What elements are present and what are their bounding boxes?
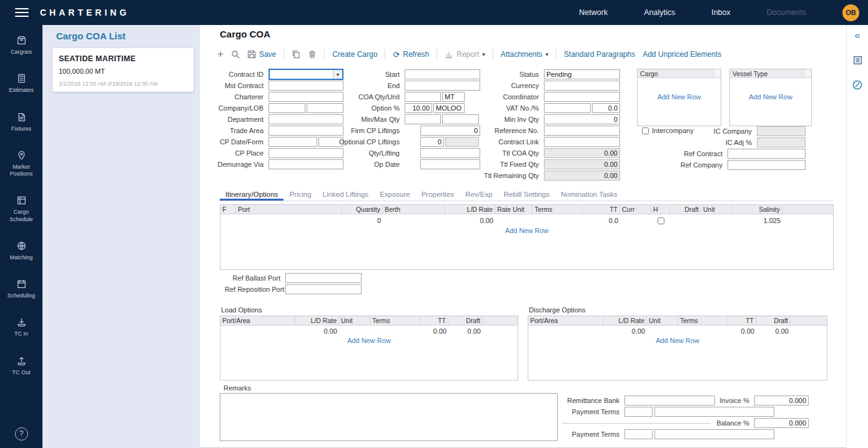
delete-icon[interactable] <box>308 50 317 59</box>
menu-icon[interactable] <box>15 6 29 19</box>
notes-edit-icon[interactable] <box>852 79 863 91</box>
discharge-options-add-new-row-link[interactable]: Add New Row <box>656 337 699 344</box>
cp-date-input[interactable] <box>269 137 317 147</box>
form-row: Currency <box>484 80 620 91</box>
department-input[interactable] <box>269 114 343 124</box>
form-row: Start <box>337 69 480 80</box>
ref-reposition-port-input[interactable] <box>285 284 362 294</box>
vat-no-input[interactable] <box>544 103 591 113</box>
tab-linked-liftings[interactable]: Linked Liftings <box>317 190 375 201</box>
cargo-add-new-row-link[interactable]: Add New Row <box>638 93 721 101</box>
copy-icon[interactable] <box>292 50 300 59</box>
tab-rev-exp[interactable]: Rev/Exp <box>460 190 498 201</box>
intercompany-checkbox[interactable] <box>642 127 649 134</box>
cp-place-input[interactable] <box>269 148 343 158</box>
option-pct-input[interactable] <box>405 103 432 113</box>
summary-panel-icon[interactable] <box>852 55 863 66</box>
payment-terms-desc-input[interactable] <box>654 407 774 417</box>
standard-paragraphs-button[interactable]: Standard Paragraphs <box>564 50 635 59</box>
tab-itinerary-options[interactable]: Itinerary/Options <box>220 190 284 201</box>
avatar[interactable]: OB <box>842 4 859 21</box>
payment-terms-code-input-2[interactable] <box>624 429 653 439</box>
min-inv-qty-input[interactable] <box>544 114 620 124</box>
sidebar-item-market-positions[interactable]: Market Positions <box>1 150 41 178</box>
tab-pricing[interactable]: Pricing <box>284 190 317 201</box>
payment-terms-code-input[interactable] <box>624 407 653 417</box>
ref-ballast-port-input[interactable] <box>285 273 362 283</box>
report-button[interactable]: Report ▾ <box>445 50 485 59</box>
tab-exposure[interactable]: Exposure <box>374 190 416 201</box>
mst-contract-input[interactable] <box>269 81 343 91</box>
save-button[interactable]: Save <box>247 50 276 59</box>
load-options-row[interactable]: 0.00 0.00 0.00 <box>220 326 518 337</box>
sidebar-item-cargo-schedule[interactable]: Cargo Schedule <box>1 195 41 223</box>
currency-input[interactable] <box>544 81 620 91</box>
invoice-pct-input[interactable] <box>754 396 809 406</box>
tab-properties[interactable]: Properties <box>416 190 460 201</box>
demurrage-via-input[interactable] <box>269 159 343 169</box>
cell-h <box>651 217 670 225</box>
charterer-input[interactable] <box>269 92 343 102</box>
intercompany-label: Intercompany <box>652 127 694 134</box>
nav-inbox[interactable]: Inbox <box>711 8 731 17</box>
status-input[interactable] <box>544 69 620 79</box>
max-qty-input[interactable] <box>442 114 479 124</box>
ref-contract-input[interactable] <box>727 149 806 159</box>
remittance-bank-input[interactable] <box>624 396 715 406</box>
start-input[interactable] <box>405 69 480 79</box>
nav-analytics[interactable]: Analytics <box>644 8 675 17</box>
sidebar-item-estimates[interactable]: Estimates <box>1 73 41 94</box>
nav-network[interactable]: Network <box>579 8 608 17</box>
company-input[interactable] <box>269 103 305 113</box>
op-date-input[interactable] <box>420 159 480 169</box>
remarks-textarea[interactable] <box>220 393 558 441</box>
reference-no-input[interactable] <box>544 126 620 136</box>
create-cargo-button[interactable]: Create Cargo <box>332 50 377 59</box>
contract-id-input[interactable] <box>270 70 333 79</box>
caret-down-icon: ▾ <box>482 51 485 57</box>
search-icon[interactable] <box>231 50 240 59</box>
vat-pct-input[interactable] <box>592 103 620 113</box>
trade-area-input[interactable] <box>269 126 343 136</box>
cell-tt: 0.0 <box>583 216 620 225</box>
col-port-area: Port/Area <box>220 316 295 325</box>
optional-cp-liftings-input[interactable] <box>420 137 444 147</box>
contract-link-input[interactable] <box>544 137 620 147</box>
sidebar-item-fixtures[interactable]: Fixtures <box>1 112 41 132</box>
attachments-button[interactable]: Attachments ▾ <box>501 50 548 59</box>
add-icon[interactable]: + <box>217 50 224 59</box>
balance-pct-input[interactable] <box>754 418 809 428</box>
min-qty-input[interactable] <box>405 114 441 124</box>
end-input[interactable] <box>405 81 480 91</box>
option-basis-input[interactable] <box>433 103 465 113</box>
h-checkbox[interactable] <box>658 217 664 224</box>
field-label: Trade Area <box>216 127 269 134</box>
itinerary-row[interactable]: 0 0.00 0.0 1.025 <box>220 214 833 227</box>
qty-lifting-input[interactable] <box>420 148 480 158</box>
sidebar-item-scheduling[interactable]: Scheduling <box>1 279 41 299</box>
sidebar-item-cargoes[interactable]: Cargoes <box>1 35 41 56</box>
sidebar-item-tc-in[interactable]: TC In <box>1 317 41 337</box>
sidebar-item-matching[interactable]: Matching <box>1 241 41 261</box>
ref-company-input[interactable] <box>727 160 806 170</box>
tab-rebill-settings[interactable]: Rebill Settings <box>498 190 556 201</box>
field-label: Min/Max Qty <box>337 116 405 123</box>
tc-in-icon <box>16 317 27 327</box>
load-options-add-new-row-link[interactable]: Add New Row <box>347 337 391 344</box>
coa-list-item[interactable]: SEATIDE MARITIME 100,000.00 MT 1/1/2018 … <box>52 48 194 92</box>
coa-qty-input[interactable] <box>405 92 441 102</box>
discharge-options-row[interactable]: 0.00 0.00 0.00 <box>528 326 827 337</box>
payment-terms-desc-input-2[interactable] <box>654 429 774 439</box>
coa-unit-input[interactable] <box>442 92 465 102</box>
tab-nomination-tasks[interactable]: Nomination Tasks <box>555 190 623 201</box>
add-unpriced-elements-button[interactable]: Add Unpriced Elements <box>643 50 721 59</box>
vessel-type-add-new-row-link[interactable]: Add New Row <box>730 93 811 101</box>
nav-documents[interactable]: Documents <box>767 8 806 17</box>
collapse-panel-icon[interactable]: « <box>855 30 861 41</box>
refresh-button[interactable]: ⟳ Refresh <box>393 50 429 59</box>
sidebar-item-tc-out[interactable]: TC Out <box>1 356 41 376</box>
coordinator-input[interactable] <box>544 92 620 102</box>
firm-cp-liftings-input[interactable] <box>420 126 480 136</box>
itinerary-add-new-row-link[interactable]: Add New Row <box>505 227 549 234</box>
help-icon[interactable]: ? <box>15 427 28 441</box>
